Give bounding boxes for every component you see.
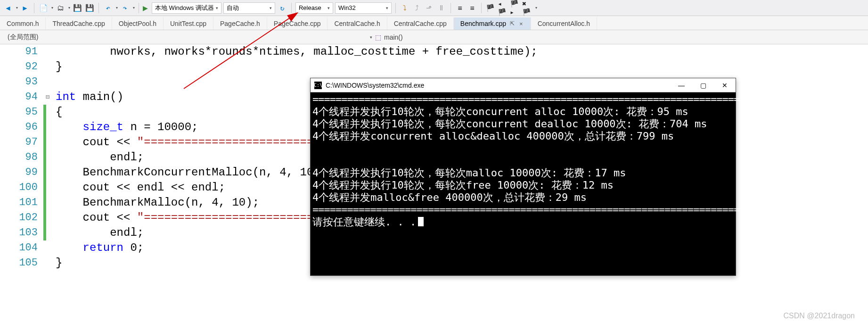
- code-line[interactable]: 92}: [0, 59, 868, 75]
- code-text[interactable]: [47, 75, 56, 90]
- rule-line: ========================================…: [312, 204, 734, 216]
- line-number: 95: [0, 105, 43, 120]
- code-text[interactable]: BenchmarkMalloc(n, 4, 10);: [47, 195, 259, 210]
- code-text[interactable]: endl;: [47, 150, 144, 165]
- line-number: 97: [0, 135, 43, 150]
- tab-pagecache-cpp[interactable]: PageCache.cpp: [267, 17, 328, 30]
- debugger-dropdown[interactable]: 本地 Windows 调试器▾: [152, 2, 221, 14]
- bookmark-prev-icon[interactable]: ◂🏴: [498, 3, 508, 13]
- comment-icon[interactable]: ≡: [455, 3, 465, 13]
- undo-icon[interactable]: ↶: [103, 3, 113, 13]
- modification-bar: [43, 210, 46, 225]
- modification-bar: [43, 180, 46, 195]
- modification-bar: [43, 44, 46, 59]
- step-over-icon[interactable]: ⤴: [412, 3, 422, 13]
- new-file-icon[interactable]: 📄: [38, 3, 49, 13]
- pin-icon[interactable]: ⇱: [510, 20, 515, 27]
- fold-toggle-icon[interactable]: ⊟: [45, 90, 50, 105]
- tab-threadcache-cpp[interactable]: ThreadCache.cpp: [46, 17, 112, 30]
- code-text[interactable]: BenchmarkConcurrentMalloc(n, 4, 10);: [47, 165, 327, 180]
- tab-benchmark-cpp[interactable]: Benchmark.cpp⇱×: [454, 17, 531, 30]
- tab-centralcache-h[interactable]: CentralCache.h: [328, 17, 387, 30]
- scope-global[interactable]: (全局范围): [0, 33, 370, 41]
- code-text[interactable]: size_t n = 10000;: [47, 120, 198, 135]
- line-number: 98: [0, 150, 43, 165]
- save-all-icon[interactable]: 💾: [84, 3, 95, 13]
- tab-label: PageCache.h: [220, 20, 260, 27]
- scope-bar: (全局范围) ▾ ⬚ main(): [0, 30, 868, 44]
- cmd-title: C:\WINDOWS\system32\cmd.exe: [326, 79, 424, 91]
- tab-label: UnitTest.cpp: [170, 20, 206, 27]
- main-toolbar: ◀▾ ▶ 📄▾ 🗂▾ 💾 💾 ↶▾ ↷▾ ▶ 本地 Windows 调试器▾ 自…: [0, 0, 868, 16]
- output-line: 4个线程并发concurrent alloc&dealloc 400000次，总…: [312, 130, 734, 142]
- line-number: 105: [0, 256, 43, 271]
- open-file-icon[interactable]: 🗂: [55, 3, 66, 13]
- tab-label: ThreadCache.cpp: [52, 20, 105, 27]
- modification-bar: [43, 105, 46, 120]
- line-number: 102: [0, 210, 43, 225]
- scope-function[interactable]: ⬚ main(): [375, 33, 403, 41]
- code-text[interactable]: cout << endl << endl;: [47, 180, 225, 195]
- output-line: 4个线程并发执行10轮次，每轮次concurrent alloc 10000次:…: [312, 106, 734, 118]
- modification-bar: [43, 240, 46, 256]
- output-line: 4个线程并发执行10轮次，每轮次malloc 10000次: 花费：17 ms: [312, 167, 734, 179]
- close-button[interactable]: ✕: [714, 78, 736, 92]
- line-number: 101: [0, 195, 43, 210]
- tab-label: CentralCache.h: [334, 20, 380, 27]
- cmd-window: C:\ C:\WINDOWS\system32\cmd.exe — ▢ ✕ ==…: [310, 78, 736, 276]
- config-dropdown[interactable]: Release▾: [295, 2, 333, 14]
- nav-back-icon[interactable]: ◀: [3, 3, 13, 13]
- bookmark-clear-icon[interactable]: ✖🏴: [522, 3, 532, 13]
- tab-label: ConcurrentAlloc.h: [538, 20, 590, 27]
- modification-bar: [43, 75, 46, 90]
- line-number: 103: [0, 225, 43, 240]
- tab-objectpool-h[interactable]: ObjectPool.h: [112, 17, 164, 30]
- bookmark-next-icon[interactable]: 🏴▸: [510, 3, 520, 13]
- maximize-button[interactable]: ▢: [692, 78, 714, 92]
- tab-label: CentralCache.cpp: [394, 20, 447, 27]
- tab-common-h[interactable]: Common.h: [0, 17, 46, 30]
- code-text[interactable]: {: [47, 105, 62, 120]
- code-text[interactable]: return 0;: [47, 240, 144, 256]
- step-icon[interactable]: Ⅱ: [436, 3, 447, 13]
- modification-bar: [43, 59, 46, 75]
- output-line: 4个线程并发malloc&free 400000次，总计花费：29 ms: [312, 191, 734, 204]
- modification-bar: [43, 225, 46, 240]
- line-number: 104: [0, 240, 43, 256]
- line-number: 93: [0, 75, 43, 90]
- tab-label: ObjectPool.h: [119, 20, 156, 27]
- code-line[interactable]: 91 nworks, nworks*rounds*ntimes, malloc_…: [0, 44, 868, 59]
- modification-bar: [43, 150, 46, 165]
- tab-label: Common.h: [7, 20, 39, 27]
- code-text[interactable]: endl;: [47, 225, 144, 240]
- tab-pagecache-h[interactable]: PageCache.h: [213, 17, 267, 30]
- step-out-icon[interactable]: ⬏: [424, 3, 434, 13]
- line-number: 96: [0, 120, 43, 135]
- save-icon[interactable]: 💾: [72, 3, 82, 13]
- minimize-button[interactable]: —: [671, 78, 692, 92]
- editor-tabs: Common.hThreadCache.cppObjectPool.hUnitT…: [0, 16, 868, 30]
- cmd-body: ========================================…: [311, 92, 736, 229]
- line-number: 99: [0, 165, 43, 180]
- output-line: 4个线程并发执行10轮次，每轮次free 10000次: 花费：12 ms: [312, 179, 734, 191]
- uncomment-icon[interactable]: ≡: [467, 3, 477, 13]
- function-icon: ⬚: [375, 33, 381, 41]
- auto-dropdown[interactable]: 自动▾: [223, 2, 275, 14]
- platform-dropdown[interactable]: Win32▾: [335, 2, 392, 14]
- code-text[interactable]: }: [47, 256, 62, 271]
- code-text[interactable]: }: [47, 59, 62, 75]
- refresh-icon[interactable]: ↻: [277, 3, 287, 13]
- tab-centralcache-cpp[interactable]: CentralCache.cpp: [387, 17, 454, 30]
- code-text[interactable]: int main(): [47, 90, 123, 105]
- tab-concurrentalloc-h[interactable]: ConcurrentAlloc.h: [531, 17, 597, 30]
- step-into-icon[interactable]: ⤵: [400, 3, 410, 13]
- bookmark-icon[interactable]: 🏴: [485, 3, 496, 13]
- cmd-titlebar[interactable]: C:\ C:\WINDOWS\system32\cmd.exe — ▢ ✕: [311, 78, 736, 92]
- close-tab-icon[interactable]: ×: [518, 20, 524, 27]
- redo-icon[interactable]: ↷: [120, 3, 130, 13]
- code-text[interactable]: nworks, nworks*rounds*ntimes, malloc_cos…: [47, 44, 538, 59]
- line-number: 92: [0, 59, 43, 75]
- line-number: 100: [0, 180, 43, 195]
- nav-fwd-icon[interactable]: ▶: [20, 3, 30, 13]
- tab-unittest-cpp[interactable]: UnitTest.cpp: [164, 17, 213, 30]
